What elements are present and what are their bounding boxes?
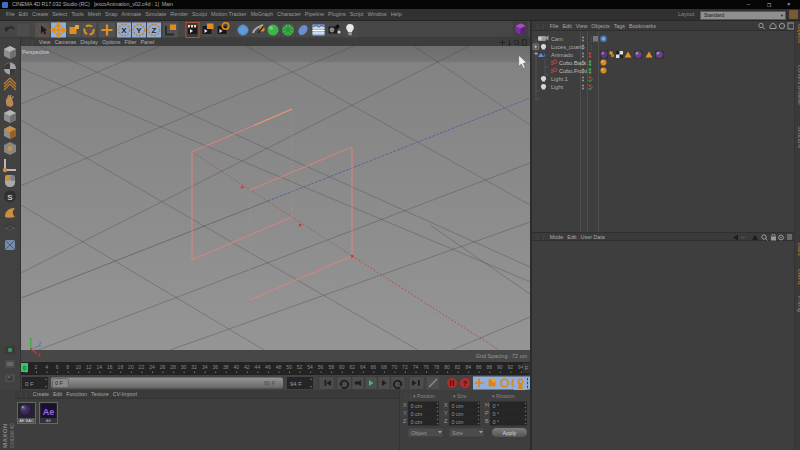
svg-text:10: 10 [75,364,81,370]
svg-text:44: 44 [255,364,261,370]
svg-text:S: S [7,193,13,202]
svg-text:0 cm: 0 cm [411,403,423,409]
svg-text:86: 86 [476,364,482,370]
svg-text:Object: Object [411,430,427,436]
svg-text:Luces_cuarto: Luces_cuarto [551,44,585,50]
svg-text:90: 90 [497,364,503,370]
svg-text:56: 56 [318,364,324,370]
svg-text:Z: Z [39,342,42,347]
svg-text:54: 54 [307,364,313,370]
svg-text:26: 26 [160,364,166,370]
svg-text:82: 82 [455,364,461,370]
svg-text:Objects: Objects [797,24,800,43]
svg-text:H: H [485,402,489,408]
svg-text:0 cm: 0 cm [452,419,464,425]
svg-text:84: 84 [465,364,471,370]
svg-text:X: X [403,402,407,408]
svg-text:28: 28 [170,364,176,370]
svg-text:52: 52 [297,364,303,370]
svg-text:40: 40 [234,364,240,370]
svg-text:2: 2 [35,364,38,370]
svg-text:⋮: ⋮ [589,44,594,50]
svg-text:0 cm: 0 cm [411,411,423,417]
svg-text:0 cm: 0 cm [411,419,423,425]
svg-text:0: 0 [23,365,26,371]
svg-text:48: 48 [276,364,282,370]
svg-text:72: 72 [402,364,408,370]
svg-text:76: 76 [423,364,429,370]
svg-text:60: 60 [339,364,345,370]
svg-text:CINEMA 4D: CINEMA 4D [10,423,15,448]
svg-text:▾ Rotation: ▾ Rotation [492,393,515,399]
svg-text:Size: Size [452,430,463,436]
svg-text:4: 4 [45,364,48,370]
svg-text:64: 64 [360,364,366,370]
svg-text:38: 38 [223,364,229,370]
svg-text:88: 88 [487,364,493,370]
svg-text:Perspective: Perspective [22,49,49,55]
svg-text:34: 34 [202,364,208,370]
svg-text:Animado: Animado [551,52,573,58]
svg-text:Basic: Basic [797,243,800,257]
svg-text:66: 66 [371,364,377,370]
svg-text:24: 24 [149,364,155,370]
svg-text:Apply: Apply [503,430,517,436]
svg-text:94 F: 94 F [290,381,302,387]
svg-text:32: 32 [191,364,197,370]
svg-text:X: X [444,402,448,408]
svg-text:20: 20 [128,364,134,370]
svg-text:6: 6 [56,364,59,370]
svg-text:Cam: Cam [551,36,563,42]
svg-text:X: X [121,26,127,35]
svg-text:22: 22 [139,364,145,370]
svg-text:80: 80 [444,364,450,370]
svg-text:Y: Y [403,410,407,416]
svg-text:▾ Position: ▾ Position [413,393,435,399]
svg-text:16: 16 [107,364,113,370]
svg-text:74: 74 [413,364,419,370]
svg-text:58: 58 [328,364,334,370]
svg-text:Phong: Phong [797,296,800,312]
svg-text:12: 12 [86,364,92,370]
svg-text:68: 68 [381,364,387,370]
svg-text:Z: Z [403,418,407,424]
svg-text:Y: Y [444,410,448,416]
svg-text:70: 70 [392,364,398,370]
svg-text:30: 30 [181,364,187,370]
svg-text:Structure: Structure [797,126,800,148]
svg-text:?: ? [463,380,467,387]
svg-text:0 F: 0 F [25,381,34,387]
svg-text:18: 18 [118,364,124,370]
svg-text:78: 78 [434,364,440,370]
svg-text:Light.1: Light.1 [551,76,568,82]
svg-text:Content Browser: Content Browser [797,65,800,106]
svg-text:Z: Z [444,418,448,424]
svg-text:Z: Z [152,26,157,35]
svg-text:B: B [485,418,489,424]
svg-text:36: 36 [212,364,218,370]
svg-text:8: 8 [66,364,69,370]
svg-text:62: 62 [349,364,355,370]
svg-text:⋮⋮: ⋮⋮ [403,393,413,399]
svg-text:0 F: 0 F [55,380,64,386]
svg-text:0 °: 0 ° [493,411,500,417]
svg-text:46: 46 [265,364,271,370]
svg-text:14: 14 [97,364,103,370]
svg-text:Light: Light [551,84,564,90]
svg-text:Ae: Ae [43,407,55,417]
svg-text:92: 92 [508,364,514,370]
svg-text:P: P [485,410,489,416]
svg-text:MAXON: MAXON [1,423,8,448]
svg-text:Coord.: Coord. [797,269,800,286]
svg-text:Y: Y [136,26,142,35]
svg-text:▾ Size: ▾ Size [453,393,467,399]
svg-text:90 F: 90 F [264,380,276,386]
svg-text:0 °: 0 ° [493,403,500,409]
svg-text:X: X [37,353,40,358]
svg-text:0 cm: 0 cm [452,411,464,417]
svg-text:42: 42 [244,364,250,370]
svg-text:0 cm: 0 cm [452,403,464,409]
svg-text:F: F [525,365,528,371]
svg-text:0 °: 0 ° [493,419,500,425]
svg-text:50: 50 [286,364,292,370]
